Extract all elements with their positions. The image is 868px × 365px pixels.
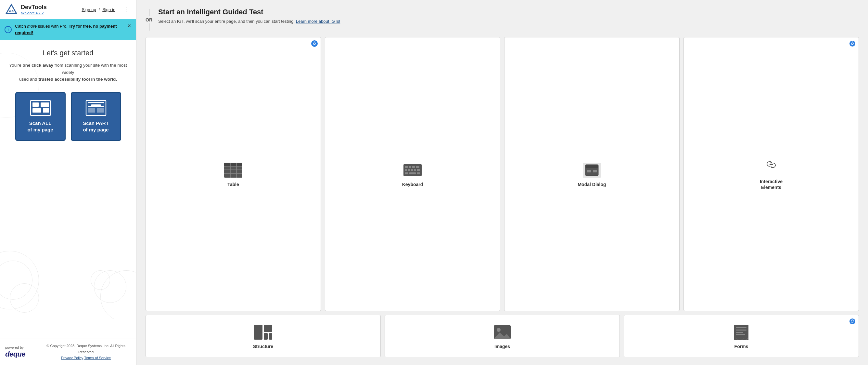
table-icon (223, 162, 243, 178)
or-text: OR (146, 17, 152, 23)
svg-rect-3 (32, 103, 39, 107)
svg-rect-49 (851, 44, 854, 45)
info-icon: i (4, 26, 12, 33)
app-title: DevTools (21, 4, 47, 11)
promo-text: Catch more issues with Pro. Try for free… (15, 23, 131, 36)
signin-link[interactable]: Sign in (102, 7, 115, 12)
subtitle-bold1: one click away (23, 63, 53, 68)
keyboard-icon (403, 162, 422, 178)
subtitle-text1: You're (9, 63, 23, 68)
igt-title: Start an Intelligent Guided Test (158, 8, 859, 16)
svg-rect-18 (315, 43, 316, 44)
axe-logo-icon: ax (5, 3, 18, 16)
or-divider: OR (146, 8, 152, 31)
signup-link[interactable]: Sign up (82, 7, 96, 12)
svg-rect-4 (41, 103, 49, 107)
promo-close-button[interactable]: × (126, 23, 132, 29)
svg-rect-60 (851, 320, 852, 321)
svg-rect-39 (409, 172, 416, 174)
svg-rect-54 (264, 333, 268, 340)
images-label: Images (494, 343, 510, 349)
svg-rect-10 (88, 108, 95, 113)
table-label: Table (227, 181, 239, 187)
deque-logo: deque (5, 350, 25, 359)
scan-all-label: Scan ALLof my page (27, 120, 53, 133)
scan-buttons: Scan ALLof my page Scan PARTof my page (15, 92, 121, 141)
svg-rect-38 (405, 172, 408, 174)
keyboard-label: Keyboard (402, 181, 423, 187)
copyright-text: © Copyright 2023, Deque Systems, Inc. Al… (46, 344, 125, 354)
igt-card-interactive-elements[interactable]: InteractiveElements (683, 37, 859, 311)
igt-grid-row2: Structure Images (146, 315, 859, 357)
scan-part-icon (86, 100, 106, 116)
header: ax DevTools axe-core 4.7.2 Sign up / Sig… (0, 0, 136, 19)
svg-rect-36 (414, 169, 416, 171)
svg-rect-22 (224, 163, 242, 166)
scan-all-icon (30, 100, 51, 116)
igt-grid-row1: Table Keyboard (146, 37, 859, 311)
main-content: Let's get started You're one click away … (0, 40, 136, 339)
images-icon (493, 324, 512, 340)
scan-part-label: Scan PARTof my page (83, 120, 109, 133)
axe-core-version[interactable]: axe-core 4.7.2 (21, 11, 47, 15)
interactive-elements-icon (762, 159, 781, 175)
modal-dialog-icon (582, 162, 601, 178)
igt-learn-more-link[interactable]: Learn more about IGTs! (296, 19, 340, 24)
svg-rect-68 (736, 334, 745, 335)
forms-label: Forms (735, 343, 748, 349)
svg-rect-34 (408, 169, 410, 171)
privacy-policy-link[interactable]: Privacy Policy (61, 356, 83, 360)
promo-text-mid: issues with Pro. (37, 24, 68, 29)
igt-card-keyboard[interactable]: Keyboard (325, 37, 500, 311)
header-nav: Sign up / Sign in ⋮ (82, 5, 131, 14)
logo-text-area: DevTools axe-core 4.7.2 (21, 4, 47, 15)
powered-by-text: powered by (5, 345, 24, 349)
igt-card-images[interactable]: Images (384, 315, 620, 357)
svg-rect-55 (269, 333, 272, 340)
subtitle-bold2: trusted accessibility tool in the world. (38, 77, 117, 82)
svg-rect-66 (736, 330, 746, 331)
right-panel: OR Start an Intelligent Guided Test Sele… (136, 0, 868, 365)
svg-rect-45 (593, 170, 597, 172)
svg-rect-51 (770, 164, 773, 165)
svg-rect-5 (32, 108, 41, 113)
nav-separator: / (99, 7, 100, 12)
igt-card-structure[interactable]: Structure (146, 315, 381, 357)
or-line-bottom (149, 23, 149, 31)
header-menu-button[interactable]: ⋮ (121, 5, 131, 14)
svg-rect-62 (851, 322, 854, 323)
structure-label: Structure (253, 343, 273, 349)
svg-rect-35 (411, 169, 413, 171)
svg-rect-63 (852, 319, 853, 320)
svg-rect-67 (736, 332, 743, 333)
svg-point-57 (497, 328, 501, 332)
or-line-top (149, 9, 149, 16)
svg-rect-52 (254, 325, 262, 340)
scan-part-button[interactable]: Scan PARTof my page (71, 92, 121, 141)
svg-rect-65 (736, 327, 746, 328)
igt-card-modal-dialog[interactable]: Modal Dialog (504, 37, 680, 311)
section-subtitle: You're one click away from scanning your… (8, 62, 128, 83)
promo-banner: i Catch more issues with Pro. Try for fr… (0, 19, 136, 40)
svg-rect-47 (851, 43, 852, 44)
igt-card-forms[interactable]: Forms (624, 315, 859, 357)
powered-by: powered by deque (5, 345, 34, 359)
svg-rect-44 (587, 170, 591, 172)
left-footer: powered by deque © Copyright 2023, Deque… (0, 339, 136, 365)
pro-badge-icon-table (311, 40, 318, 47)
terms-of-service-link[interactable]: Terms of Service (84, 356, 111, 360)
svg-rect-40 (417, 172, 420, 174)
subtitle-text2: from scanning your site with the most wi… (53, 63, 127, 75)
scan-all-button[interactable]: Scan ALLof my page (15, 92, 66, 141)
svg-rect-43 (585, 165, 598, 168)
promo-em: more (27, 24, 37, 29)
svg-rect-32 (416, 166, 420, 168)
structure-icon (253, 324, 273, 340)
igt-card-table[interactable]: Table (146, 37, 321, 311)
svg-rect-33 (405, 169, 407, 171)
svg-rect-20 (314, 41, 315, 42)
svg-rect-61 (853, 320, 854, 321)
svg-rect-30 (409, 166, 411, 168)
or-section: OR Start an Intelligent Guided Test Sele… (146, 8, 859, 31)
igt-header: Start an Intelligent Guided Test Select … (158, 8, 859, 25)
